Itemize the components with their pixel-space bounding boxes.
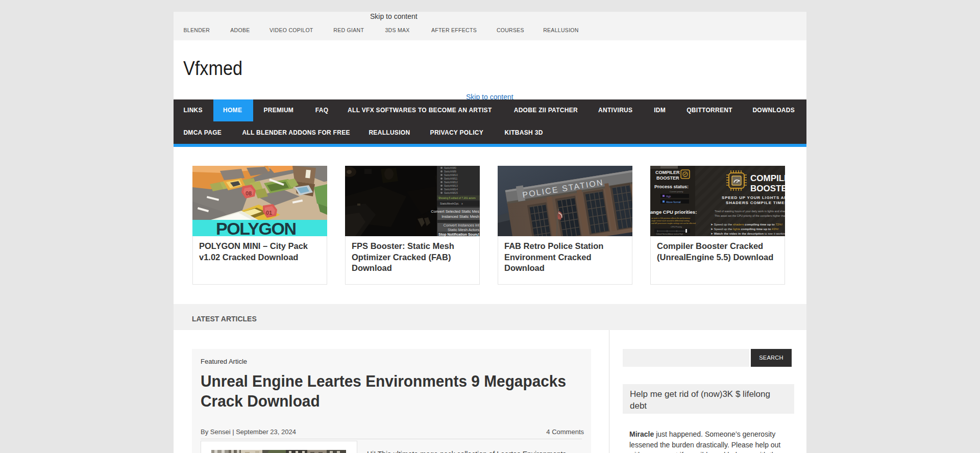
svg-text:➤ Speed up the lights compilin: ➤ Speed up the lights compiling time up … [710, 228, 779, 231]
svg-text:SwitchN810: SwitchN810 [444, 173, 458, 177]
svg-text:08: 08 [246, 190, 252, 196]
svg-text:SPEED UP YOUR LIGHTS AND: SPEED UP YOUR LIGHTS AND [722, 195, 785, 200]
svg-text:Tired of wasting hours of your: Tired of wasting hours of your daily wor… [715, 210, 785, 213]
svg-text:SwitchN812: SwitchN812 [444, 181, 458, 184]
svg-text:High: High [666, 195, 671, 198]
svg-text:Convert Selected Static Mes: Convert Selected Static Mes [431, 209, 479, 214]
svg-text:🔈: 🔈 [476, 233, 480, 237]
svg-text:➤ Watch the video in the descr: ➤ Watch the video in the description to … [710, 232, 785, 235]
svg-text:SHADERS COMPILE TIME!: SHADERS COMPILE TIME! [726, 200, 785, 205]
svg-text:BOOSTER: BOOSTER [750, 184, 785, 193]
svg-text:and dR processors maybe settin: and dR processors maybe settings set can… [651, 222, 696, 224]
svg-text:SwitchN89: SwitchN89 [444, 170, 456, 173]
svg-text:BOOSTER: BOOSTER [656, 175, 679, 181]
svg-text:COMPILER: COMPILER [750, 173, 785, 183]
svg-text:Above Normal: Above Normal [666, 201, 681, 204]
svg-text:x: x [461, 202, 463, 205]
svg-text:Current priority: Current priority [670, 190, 683, 193]
svg-text:Convert Instances int: Convert Instances int [444, 223, 480, 228]
svg-text:This asset set the CPU priorit: This asset set the CPU priority of the c… [715, 214, 785, 217]
svg-text:SwitchN811: SwitchN811 [444, 177, 458, 180]
svg-text:SwitchN80: SwitchN80 [444, 166, 456, 169]
svg-text:StaticMeshOpt.: StaticMeshOpt. [440, 202, 459, 205]
svg-text:CPU Priority: CPU Priority [671, 225, 682, 228]
svg-text:SwitchN813: SwitchN813 [444, 184, 458, 187]
svg-text:➤ Speed up the shaders compili: ➤ Speed up the shaders compiling time up… [710, 223, 782, 226]
svg-text:so work in 10k previous affect: so work in 10k previous affects the perf… [651, 217, 690, 219]
svg-text:Stop Notification Sound: Stop Notification Sound [438, 233, 479, 237]
svg-text:COMPILER: COMPILER [655, 170, 680, 175]
svg-text:Static Mesh Actors: Static Mesh Actors [448, 228, 479, 232]
svg-text:Default Normal Above n: Default Normal Above normal High [656, 233, 683, 235]
svg-text:SwitchN814: SwitchN814 [444, 188, 458, 191]
svg-text:ange CPU priorities:: ange CPU priorities: [650, 209, 697, 215]
svg-text:01: 01 [266, 210, 272, 216]
svg-text:Instanced Static Mesh: Instanced Static Mesh [442, 214, 479, 219]
svg-text:angle restart each second to: angle restart each second to differentia… [651, 220, 689, 222]
svg-text:Showing 5 edited of 7,201 acto: Showing 5 edited of 7,201 actors [438, 196, 476, 199]
svg-text:Process status:: Process status: [654, 184, 689, 189]
svg-text:SwitchN815: SwitchN815 [444, 191, 458, 194]
svg-text:POLYGON: POLYGON [216, 219, 297, 236]
